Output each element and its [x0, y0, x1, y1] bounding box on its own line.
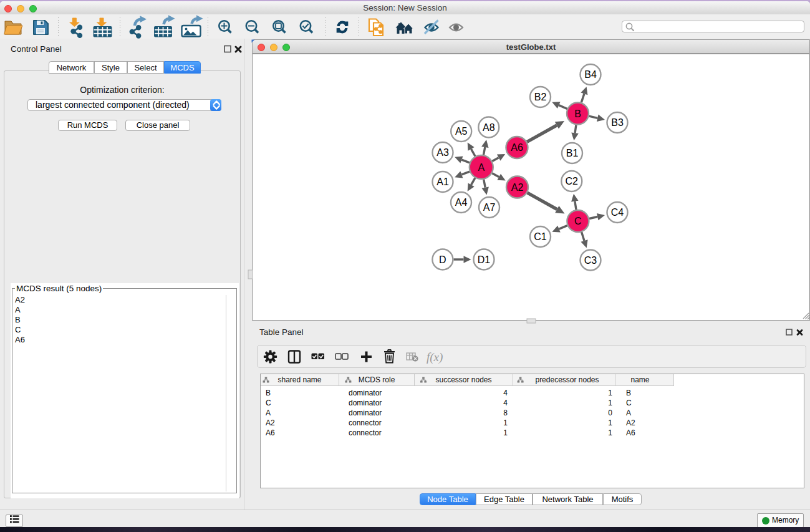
- svg-text:B2: B2: [534, 92, 547, 102]
- svg-text:C1: C1: [534, 231, 547, 242]
- svg-text:B: B: [574, 109, 581, 119]
- svg-text:A4: A4: [455, 197, 468, 208]
- svg-text:C4: C4: [611, 207, 624, 218]
- svg-text:B1: B1: [566, 148, 579, 158]
- svg-text:C: C: [574, 216, 582, 226]
- svg-text:A6: A6: [511, 142, 523, 153]
- svg-text:B4: B4: [584, 69, 597, 80]
- svg-text:C2: C2: [566, 176, 579, 186]
- svg-text:D1: D1: [478, 254, 491, 265]
- svg-text:A1: A1: [436, 177, 449, 187]
- svg-text:A2: A2: [511, 182, 524, 193]
- svg-text:C3: C3: [584, 255, 597, 266]
- svg-text:B3: B3: [611, 117, 624, 128]
- svg-text:A: A: [478, 162, 485, 173]
- svg-text:A3: A3: [436, 147, 449, 158]
- svg-text:A5: A5: [455, 126, 468, 137]
- svg-text:A8: A8: [483, 122, 495, 133]
- svg-text:A7: A7: [483, 202, 496, 213]
- svg-text:D: D: [439, 254, 446, 265]
